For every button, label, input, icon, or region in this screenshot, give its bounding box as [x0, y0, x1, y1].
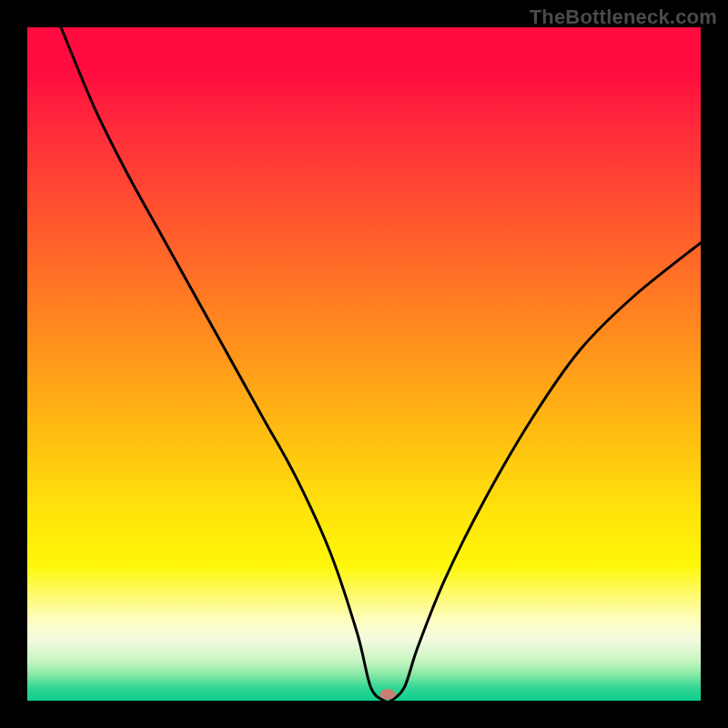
optimal-point-marker — [379, 689, 395, 700]
watermark-text: TheBottleneck.com — [530, 5, 717, 29]
chart-frame: TheBottleneck.com — [0, 0, 728, 728]
plot-area — [27, 27, 701, 701]
bottleneck-curve — [27, 27, 701, 701]
